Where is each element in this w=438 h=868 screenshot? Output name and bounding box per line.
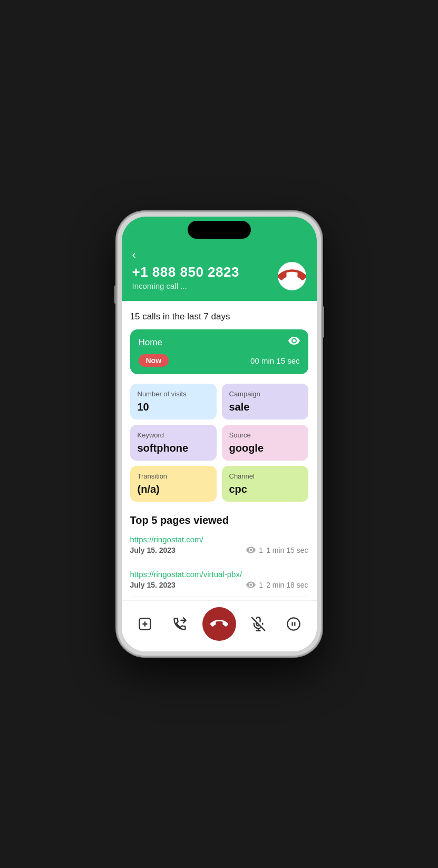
stat-value-visits: 10 <box>138 401 209 413</box>
phone-inner: ‹ +1 888 850 2823 Incoming call ... 15 c… <box>122 217 317 651</box>
stat-label-keyword: Keyword <box>138 431 209 439</box>
call-info: +1 888 850 2823 Incoming call ... <box>132 264 239 290</box>
page-meta-2: July 15. 2023 1 2 min 18 sec <box>130 581 308 589</box>
page-visit-count-1: 1 <box>259 546 263 554</box>
current-page-footer: Now 00 min 15 sec <box>139 354 300 367</box>
current-page-name: Home <box>139 337 162 348</box>
stat-value-source: google <box>229 442 301 454</box>
current-page-header: Home <box>139 337 300 348</box>
stat-label-visits: Number of visits <box>138 390 209 398</box>
pause-button[interactable] <box>281 611 306 637</box>
stat-value-keyword: softphone <box>138 442 209 454</box>
add-note-icon <box>138 617 152 631</box>
page-stats-2: 1 2 min 18 sec <box>246 581 308 589</box>
calls-summary: 15 calls in the last 7 days <box>130 311 308 322</box>
page-date-2: July 15. 2023 <box>130 581 176 589</box>
phone-number: +1 888 850 2823 <box>132 264 239 280</box>
hangup-button[interactable] <box>202 607 236 641</box>
page-url-1[interactable]: https://ringostat.com/ <box>130 535 308 544</box>
mute-button[interactable] <box>246 611 271 637</box>
stat-label-channel: Channel <box>229 472 301 480</box>
eye-icon-small-1 <box>246 547 256 554</box>
dynamic-island <box>188 221 251 239</box>
page-stats-1: 1 1 min 15 sec <box>246 546 308 554</box>
page-url-2[interactable]: https://ringostat.com/virtual-pbx/ <box>130 570 308 579</box>
end-call-button[interactable] <box>278 262 306 290</box>
stat-value-transition: (n/a) <box>138 483 209 495</box>
hangup-icon <box>210 615 228 633</box>
stat-label-transition: Transition <box>138 472 209 480</box>
page-item-1: https://ringostat.com/ July 15. 2023 1 1… <box>130 535 308 562</box>
transfer-button[interactable] <box>167 611 192 637</box>
stat-label-source: Source <box>229 431 301 439</box>
add-note-button[interactable] <box>132 611 158 637</box>
stat-value-channel: cpc <box>229 483 301 495</box>
pause-icon <box>286 617 301 631</box>
stat-value-campaign: sale <box>229 401 301 413</box>
bottom-toolbar <box>122 600 317 651</box>
main-content: 15 calls in the last 7 days Home Now 00 … <box>122 301 317 600</box>
stat-card-channel: Channel cpc <box>222 466 308 502</box>
page-item-2: https://ringostat.com/virtual-pbx/ July … <box>130 570 308 597</box>
page-visit-count-2: 1 <box>259 581 263 589</box>
mute-icon <box>251 617 266 631</box>
current-page-card: Home Now 00 min 15 sec <box>130 329 308 374</box>
call-status: Incoming call ... <box>132 281 239 290</box>
top-pages-title: Top 5 pages viewed <box>130 514 308 526</box>
page-meta-1: July 15. 2023 1 1 min 15 sec <box>130 546 308 554</box>
now-badge: Now <box>139 354 169 367</box>
stat-card-campaign: Campaign sale <box>222 384 308 420</box>
svg-point-6 <box>287 618 299 630</box>
stat-card-keyword: Keyword softphone <box>130 425 217 461</box>
stats-grid: Number of visits 10 Campaign sale Keywor… <box>130 384 308 502</box>
eye-icon <box>288 337 300 348</box>
page-duration-1: 1 min 15 sec <box>266 546 308 554</box>
page-date-1: July 15. 2023 <box>130 546 176 554</box>
page-duration-2: 2 min 18 sec <box>266 581 308 589</box>
stat-card-visits: Number of visits 10 <box>130 384 217 420</box>
end-call-icon <box>278 262 306 290</box>
eye-icon-small-2 <box>246 581 256 589</box>
stat-card-source: Source google <box>222 425 308 461</box>
phone-frame: ‹ +1 888 850 2823 Incoming call ... 15 c… <box>116 211 322 657</box>
current-page-duration: 00 min 15 sec <box>250 356 299 365</box>
stat-card-transition: Transition (n/a) <box>130 466 217 502</box>
back-button[interactable]: ‹ <box>132 248 306 262</box>
transfer-icon <box>172 617 187 631</box>
stat-label-campaign: Campaign <box>229 390 301 398</box>
